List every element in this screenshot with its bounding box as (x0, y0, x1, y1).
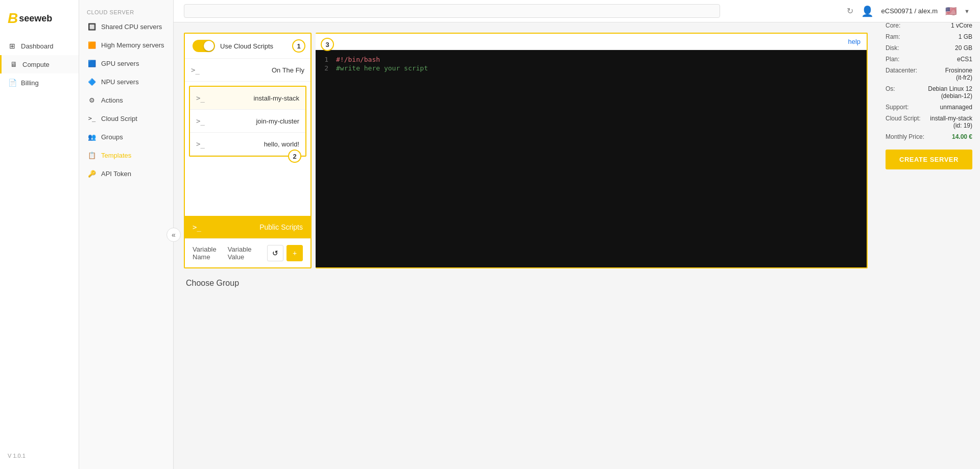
sidebar-item-high-memory[interactable]: 🟧 High Memory servers (79, 36, 173, 54)
sidebar-label: Groups (101, 133, 123, 141)
summary-key: Monthly Price: (886, 133, 924, 140)
refresh-icon[interactable]: ↻ (847, 6, 853, 16)
sidebar-label: Shared CPU servers (101, 23, 162, 31)
sidebar-item-dashboard[interactable]: ⊞ Dashboard (0, 37, 79, 55)
script-terminal-icon: >_ (196, 94, 205, 102)
summary-val-price: 14.00 € (952, 133, 972, 140)
step-2-badge: 2 (288, 150, 301, 163)
summary-val: 1 vCore (951, 22, 972, 29)
sidebar-label: Actions (101, 96, 123, 104)
code-editor-area[interactable]: 1 #!/bin/bash 2 #write here your script (316, 50, 867, 267)
summary-key: Plan: (886, 56, 899, 63)
script-items-section: >_ install-my-stack >_ join-my-cluster >… (189, 86, 306, 157)
summary-row-support: Support: unmanaged (886, 104, 972, 111)
sidebar-item-billing[interactable]: 📄 Billing (0, 73, 79, 92)
search-input[interactable] (184, 4, 720, 18)
main-content: ↻ 👤 eCS00971 / alex.m 🇺🇸 ▼ Use Cloud Scr… (174, 0, 878, 469)
public-scripts-label: Public Scripts (259, 223, 303, 231)
on-the-fly-item[interactable]: >_ On The Fly (185, 59, 310, 82)
summary-row-plan: Plan: eCS1 (886, 56, 972, 63)
public-scripts-icon: >_ (193, 223, 201, 231)
sub-sidebar-container: CLOUD SERVER 🔲 Shared CPU servers 🟧 High… (79, 0, 174, 469)
code-line-1: 1 #!/bin/bash (316, 55, 867, 64)
summary-key: Ram: (886, 33, 900, 40)
sidebar-item-templates[interactable]: 📋 Templates (79, 146, 173, 164)
logo-area: B seeweb (0, 5, 79, 37)
high-memory-icon: 🟧 (87, 40, 97, 50)
groups-icon: 👥 (87, 132, 97, 142)
sidebar-item-shared-cpu[interactable]: 🔲 Shared CPU servers (79, 17, 173, 36)
sidebar-item-gpu[interactable]: 🟦 GPU servers (79, 54, 173, 72)
summary-row-datacenter: Datacenter: Frosinone (it-fr2) (886, 67, 972, 81)
help-link[interactable]: help (848, 38, 861, 45)
dashboard-icon: ⊞ (8, 41, 17, 51)
billing-icon: 📄 (8, 78, 17, 87)
code-line-2: 2 #write here your script (316, 64, 867, 72)
version-label: V 1.0.1 (0, 448, 79, 464)
variable-value-label: Variable Value (228, 245, 257, 261)
script-item-hello-world[interactable]: >_ hello, world! (190, 133, 305, 156)
toggle-label: Use Cloud Scripts (220, 42, 273, 50)
summary-val: 1 GB (959, 33, 972, 40)
reset-variables-button[interactable]: ↺ (267, 245, 283, 261)
main-sidebar: B seeweb ⊞ Dashboard 🖥 Compute 📄 Billing… (0, 0, 79, 469)
variable-actions: ↺ + (267, 245, 303, 261)
sidebar-label: High Memory servers (101, 41, 164, 49)
variable-row: Variable Name Variable Value ↺ + (185, 238, 310, 267)
sidebar-item-api-token[interactable]: 🔑 API Token (79, 164, 173, 183)
sidebar-label: NPU servers (101, 78, 139, 86)
add-variable-button[interactable]: + (286, 245, 303, 261)
script-item-join-my-cluster[interactable]: >_ join-my-cluster (190, 110, 305, 133)
summary-row-core: Core: 1 vCore (886, 22, 972, 29)
step-3-badge: 3 (321, 38, 334, 51)
code-editor-panel: 3 help 1 #!/bin/bash 2 #write here your … (316, 33, 868, 268)
sidebar-item-label: Billing (21, 79, 39, 87)
summary-val: 20 GB (955, 44, 972, 52)
sidebar-label: Templates (101, 152, 131, 159)
editor-topbar: 3 help (316, 34, 867, 50)
summary-key: Os: (886, 85, 895, 92)
summary-row-disk: Disk: 20 GB (886, 44, 972, 52)
line-number: 2 (316, 64, 336, 72)
script-label: join-my-cluster (256, 117, 299, 125)
script-label: hello, world! (264, 140, 299, 148)
sidebar-label: GPU servers (101, 60, 139, 67)
sidebar-item-cloud-script[interactable]: >_ Cloud Script (79, 109, 173, 128)
summary-key: Support: (886, 104, 909, 111)
user-icon: 👤 (861, 5, 874, 17)
search-bar (184, 4, 720, 18)
compute-icon: 🖥 (9, 60, 18, 69)
script-item-install-my-stack[interactable]: >_ install-my-stack (190, 87, 305, 110)
choose-group-label: Choose Group (184, 279, 868, 288)
templates-icon: 📋 (87, 150, 97, 160)
sidebar-item-compute[interactable]: 🖥 Compute (0, 55, 79, 73)
sidebar-item-label: Dashboard (21, 42, 54, 50)
script-label: install-my-stack (253, 94, 299, 102)
cloud-scripts-container: Use Cloud Scripts 1 >_ On The Fly >_ ins… (184, 33, 868, 268)
summary-val: Frosinone (it-fr2) (945, 67, 972, 81)
create-server-button[interactable]: CREATE SERVER (886, 150, 972, 169)
sidebar-label: Cloud Script (101, 115, 137, 122)
sub-section-label: CLOUD SERVER (79, 5, 173, 17)
sub-sidebar: CLOUD SERVER 🔲 Shared CPU servers 🟧 High… (79, 0, 174, 469)
line-number: 1 (316, 56, 336, 63)
public-scripts-button[interactable]: >_ Public Scripts (185, 216, 310, 238)
topbar: ↻ 👤 eCS00971 / alex.m 🇺🇸 ▼ (174, 0, 878, 22)
script-list-panel: Use Cloud Scripts 1 >_ On The Fly >_ ins… (184, 33, 312, 268)
sidebar-item-npu[interactable]: 🔷 NPU servers (79, 72, 173, 91)
line-content: #write here your script (336, 64, 428, 72)
cloud-script-icon: >_ (87, 113, 97, 124)
summary-key: Core: (886, 22, 900, 29)
line-content: #!/bin/bash (336, 56, 380, 63)
sidebar-item-actions[interactable]: ⚙ Actions (79, 91, 173, 109)
variable-name-label: Variable Name (193, 245, 223, 261)
summary-val: eCS1 (957, 56, 972, 63)
collapse-sidebar-button[interactable]: « (166, 228, 174, 242)
summary-val: install-my-stack (id: 19) (930, 115, 972, 129)
sidebar-item-groups[interactable]: 👥 Groups (79, 128, 173, 146)
summary-key: Disk: (886, 44, 899, 52)
script-terminal-icon: >_ (196, 117, 205, 125)
script-terminal-icon: >_ (191, 66, 200, 74)
use-cloud-scripts-toggle[interactable] (193, 40, 215, 52)
summary-row-cloud-script: Cloud Script: install-my-stack (id: 19) (886, 115, 972, 129)
